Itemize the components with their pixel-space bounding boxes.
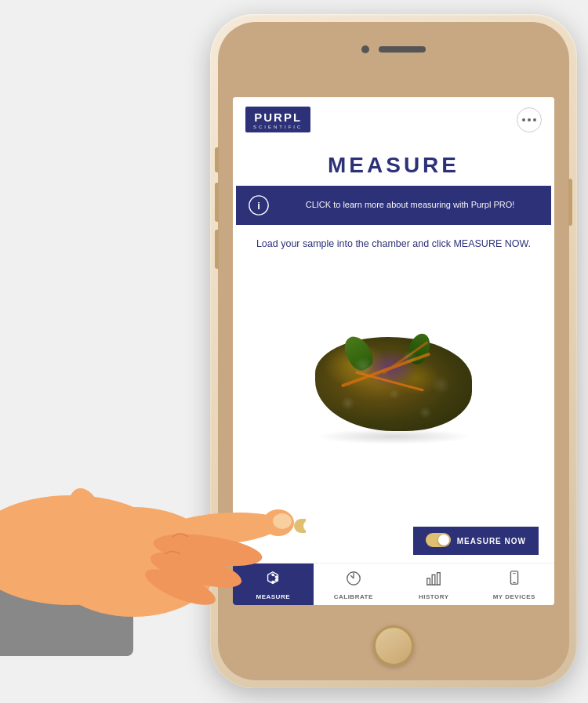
logo-purpl-text: PURPL <box>254 111 302 123</box>
power-button <box>568 179 572 226</box>
dot-2 <box>528 118 531 121</box>
info-banner-text: CLICK to learn more about measuring with… <box>280 199 540 211</box>
phone-speaker <box>379 46 426 53</box>
app-header: PURPL SCIENTIFIC <box>233 97 554 142</box>
measure-now-label: MEASURE NOW <box>457 537 526 545</box>
page-title: MEASURE <box>233 142 554 186</box>
mute-button <box>215 147 219 172</box>
history-nav-label: HISTORY <box>419 593 449 600</box>
calibrate-nav-icon <box>345 570 362 590</box>
app-logo: PURPL SCIENTIFIC <box>245 107 310 132</box>
dot-3 <box>533 118 536 121</box>
menu-button[interactable] <box>517 107 542 132</box>
toggle-visual <box>426 533 451 547</box>
instruction-text: Load your sample into the chamber and cl… <box>233 225 554 256</box>
calibrate-nav-label: CALIBRATE <box>334 593 373 600</box>
bud-shadow <box>315 429 472 444</box>
history-nav-icon <box>425 570 442 590</box>
info-banner[interactable]: i CLICK to learn more about measuring wi… <box>236 186 551 225</box>
nav-item-my-devices[interactable]: MY DEVICES <box>474 563 555 605</box>
dot-1 <box>522 118 525 121</box>
home-button[interactable] <box>373 625 414 666</box>
cannabis-bud-image <box>299 329 488 451</box>
my-devices-nav-icon <box>506 570 523 590</box>
svg-point-9 <box>273 513 292 529</box>
hand-illustration <box>0 405 306 656</box>
toggle-switch-icon <box>426 533 451 549</box>
svg-text:i: i <box>257 200 260 212</box>
volume-up-button <box>215 183 219 222</box>
svg-rect-25 <box>437 573 441 585</box>
bud-crystals <box>317 339 472 431</box>
my-devices-nav-label: MY DEVICES <box>493 593 535 600</box>
svg-rect-24 <box>432 574 435 585</box>
volume-down-button <box>215 230 219 269</box>
phone-top-bar <box>361 45 426 53</box>
svg-rect-23 <box>427 578 430 585</box>
scene: PURPL SCIENTIFIC MEASURE <box>0 0 588 703</box>
measure-now-button[interactable]: MEASURE NOW <box>413 527 539 555</box>
info-icon: i <box>247 194 270 217</box>
toggle-knob <box>438 534 449 545</box>
nav-item-history[interactable]: HISTORY <box>394 563 474 605</box>
front-camera <box>361 45 369 53</box>
nav-item-calibrate[interactable]: CALIBRATE <box>314 563 394 605</box>
logo-scientific-text: SCIENTIFIC <box>253 125 303 129</box>
